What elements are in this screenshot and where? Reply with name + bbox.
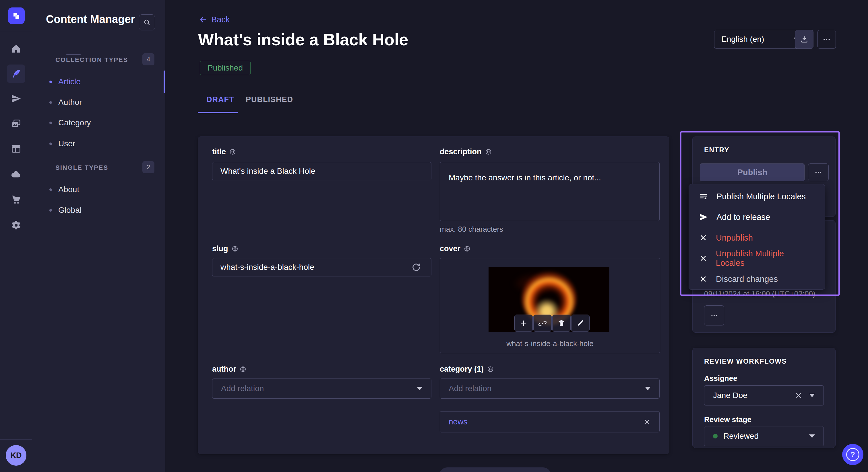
sidebar-item-global[interactable]: Global <box>50 202 158 218</box>
menu-item-unpublish[interactable]: Unpublish <box>689 227 825 248</box>
list-plus-icon <box>699 192 708 201</box>
nav-cloud-button[interactable] <box>7 165 25 183</box>
cover-edit-button[interactable] <box>571 314 590 332</box>
menu-item-discard-changes[interactable]: Discard changes <box>689 269 825 289</box>
ellipsis-icon <box>814 168 823 176</box>
nav-home-button[interactable] <box>7 40 25 58</box>
cover-field-box: what-s-inside-a-black-hole <box>440 258 660 353</box>
regenerate-slug-button[interactable] <box>411 262 422 272</box>
nav-marketplace-button[interactable] <box>7 191 25 209</box>
layout-icon <box>11 144 21 154</box>
publish-button[interactable]: Publish <box>700 164 805 181</box>
avatar[interactable]: KD <box>6 445 26 466</box>
cover-copy-link-button[interactable] <box>533 314 552 332</box>
menu-item-publish-multiple-locales[interactable]: Publish Multiple Locales <box>689 186 825 207</box>
search-icon <box>143 19 151 26</box>
field-label-text: cover <box>440 244 460 253</box>
bottom-cutoff-button[interactable] <box>439 467 551 472</box>
assignee-label: Assignee <box>704 374 737 383</box>
cross-icon <box>699 275 707 283</box>
app-root: KD Content Manager COLLECTION TYPES 4 Ar… <box>0 0 868 472</box>
field-label-text: author <box>212 365 236 374</box>
sidebar-item-label: Author <box>58 98 82 107</box>
help-button[interactable]: ? <box>842 444 863 465</box>
bullet-icon <box>50 209 52 212</box>
bullet-icon <box>50 101 52 104</box>
bullet-icon <box>50 142 52 145</box>
sidebar-item-author[interactable]: Author <box>50 95 158 110</box>
nav-releases-button[interactable] <box>7 90 25 108</box>
bullet-icon <box>50 189 52 191</box>
review-workflows-panel: REVIEW WORKFLOWS Assignee Jane Doe Revie… <box>692 348 836 448</box>
locale-value: English (en) <box>721 35 764 44</box>
pencil-icon <box>577 319 584 327</box>
header-more-actions-button[interactable] <box>817 30 836 49</box>
back-label: Back <box>211 15 229 24</box>
globe-icon <box>464 245 470 252</box>
pictures-icon <box>11 119 21 129</box>
cart-icon <box>11 195 21 205</box>
search-button[interactable] <box>139 14 155 30</box>
nav-settings-button[interactable] <box>7 216 25 234</box>
content-manager-sidebar: Content Manager COLLECTION TYPES 4 Artic… <box>32 0 165 472</box>
nav-content-type-builder-button[interactable] <box>7 140 25 158</box>
category-placeholder: Add relation <box>448 384 491 393</box>
feather-icon <box>11 69 21 79</box>
back-link[interactable]: Back <box>199 15 229 24</box>
cross-icon <box>699 255 707 262</box>
sidebar-item-about[interactable]: About <box>50 182 158 197</box>
status-badge: Published <box>200 61 251 75</box>
title-input[interactable] <box>212 162 431 180</box>
tab-published[interactable]: PUBLISHED <box>246 95 293 104</box>
menu-item-label: Unpublish Multiple Locales <box>716 249 814 268</box>
menu-item-add-to-release[interactable]: Add to release <box>689 207 825 227</box>
section-label-collection-types: COLLECTION TYPES <box>55 56 128 64</box>
strapi-logo[interactable] <box>8 7 25 24</box>
remove-category-button[interactable] <box>643 418 651 426</box>
paper-plane-icon <box>11 94 21 104</box>
locale-select[interactable]: English (en) <box>714 30 807 49</box>
field-label-text: description <box>440 147 482 156</box>
category-relation-select[interactable]: Add relation <box>440 378 660 399</box>
divider <box>66 54 81 55</box>
assignee-controls <box>795 392 815 399</box>
assignee-select[interactable]: Jane Doe <box>704 385 824 405</box>
stage-status-dot <box>713 434 718 438</box>
single-types-count-badge: 2 <box>143 161 154 173</box>
review-stage-select[interactable]: Reviewed <box>704 426 824 446</box>
review-stage-label: Review stage <box>704 415 751 424</box>
slug-input[interactable] <box>212 258 431 276</box>
chevron-down-icon <box>809 394 815 397</box>
nav-media-library-button[interactable] <box>7 115 25 133</box>
entry-actions-menu: Publish Multiple Locales Add to release … <box>689 184 825 290</box>
sidebar-item-category[interactable]: Category <box>50 115 158 131</box>
refresh-icon <box>411 262 422 272</box>
author-relation-select[interactable]: Add relation <box>212 378 431 399</box>
field-label-text: title <box>212 147 226 156</box>
cover-delete-button[interactable] <box>552 314 570 332</box>
menu-item-label: Discard changes <box>716 274 778 284</box>
menu-item-unpublish-multiple-locales[interactable]: Unpublish Multiple Locales <box>689 248 825 269</box>
globe-icon <box>485 148 492 155</box>
ellipsis-icon <box>823 35 831 43</box>
chevron-down-icon <box>417 387 423 390</box>
entry-more-actions-button[interactable] <box>808 164 829 181</box>
bullet-icon <box>50 80 52 83</box>
field-label-slug: slug <box>212 244 238 253</box>
sidebar-item-label: User <box>58 139 75 148</box>
description-textarea[interactable]: Maybe the answer is in this article, or … <box>440 162 660 221</box>
menu-item-label: Publish Multiple Locales <box>716 192 806 201</box>
clear-assignee-icon[interactable] <box>795 392 802 399</box>
cover-add-button[interactable] <box>515 314 533 332</box>
sidebar-item-user[interactable]: User <box>50 136 158 151</box>
scheduled-more-actions-button[interactable] <box>704 305 724 326</box>
active-item-indicator <box>164 71 165 93</box>
tab-draft[interactable]: DRAFT <box>206 95 234 104</box>
category-relation-link[interactable]: news <box>448 417 467 427</box>
link-icon <box>538 319 547 327</box>
export-button[interactable] <box>795 30 813 49</box>
scheduled-date: 09/11/2024 at 16:00 (UTC+02:00) <box>704 289 815 298</box>
sidebar-item-article[interactable]: Article <box>50 74 158 90</box>
review-workflows-title: REVIEW WORKFLOWS <box>704 357 787 365</box>
nav-content-manager-button[interactable] <box>7 65 25 83</box>
